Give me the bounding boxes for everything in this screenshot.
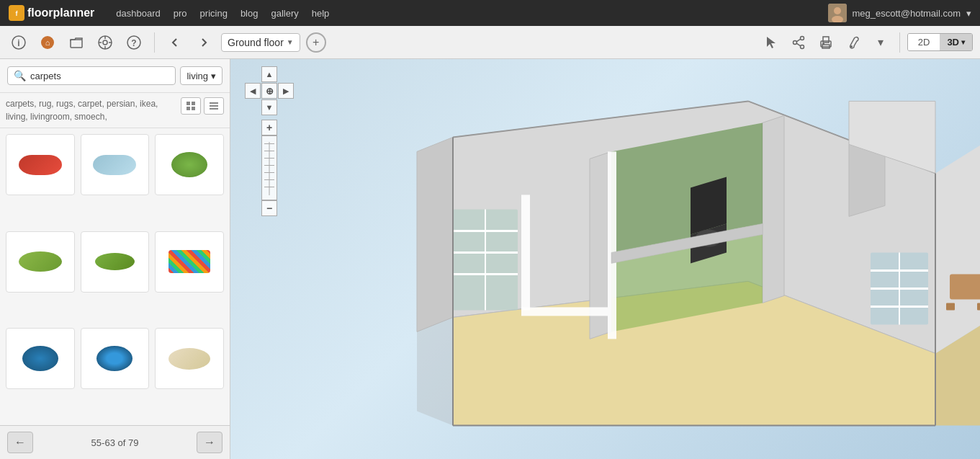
- svg-rect-64: [521, 195, 530, 310]
- floor-plan-3d: [230, 59, 980, 459]
- list-item[interactable]: [6, 231, 75, 293]
- list-item[interactable]: [6, 134, 75, 195]
- logo-icon: f: [9, 5, 24, 21]
- next-page-button[interactable]: →: [197, 432, 222, 453]
- logo[interactable]: f floorplanner: [9, 5, 94, 21]
- list-item[interactable]: [155, 134, 224, 195]
- nav-help[interactable]: help: [312, 8, 330, 19]
- view-3d-button[interactable]: 3D ▾: [940, 34, 972, 50]
- prev-page-button[interactable]: ←: [7, 432, 33, 453]
- settings-button[interactable]: [94, 31, 117, 54]
- svg-marker-69: [417, 317, 453, 425]
- svg-text:i: i: [17, 38, 19, 48]
- svg-rect-62: [946, 303, 955, 310]
- svg-text:⌂: ⌂: [45, 38, 50, 47]
- svg-marker-18: [767, 37, 776, 48]
- grid-view-button[interactable]: [181, 97, 201, 115]
- list-item[interactable]: [81, 328, 150, 389]
- avatar: [828, 4, 847, 22]
- nav-dashboard[interactable]: dashboard: [116, 8, 160, 19]
- svg-rect-61: [950, 274, 980, 299]
- svg-point-11: [103, 40, 107, 45]
- floor-name: Ground floor: [228, 37, 284, 48]
- svg-point-28: [850, 45, 853, 48]
- toolbar-divider-2: [899, 32, 900, 53]
- user-area[interactable]: meg_escott@hotmail.com ▾: [828, 4, 971, 22]
- svg-point-19: [800, 36, 804, 40]
- svg-rect-32: [192, 107, 195, 110]
- nav-pricing[interactable]: pricing: [200, 8, 228, 19]
- list-item[interactable]: [155, 231, 224, 293]
- svg-text:?: ?: [131, 38, 136, 48]
- list-item[interactable]: [81, 231, 150, 293]
- toolbar-right: ▾ 2D 3D ▾: [760, 31, 973, 54]
- svg-rect-25: [823, 37, 829, 43]
- more-options-button[interactable]: ▾: [869, 31, 892, 54]
- search-input[interactable]: [30, 71, 169, 81]
- user-dropdown-arrow[interactable]: ▾: [966, 8, 971, 19]
- nav-gallery[interactable]: gallery: [271, 8, 298, 19]
- items-grid: [0, 128, 230, 425]
- toolbar-divider-1: [154, 32, 155, 53]
- search-bar: 🔍 living ▾: [0, 59, 230, 93]
- svg-marker-38: [417, 137, 453, 331]
- main-area: 🔍 living ▾ carpets, rug, rugs, carpet, p…: [0, 59, 980, 459]
- svg-line-23: [796, 43, 801, 46]
- svg-rect-27: [822, 43, 824, 45]
- category-arrow: ▾: [211, 71, 216, 81]
- top-nav: f floorplanner dashboard pro pricing blo…: [0, 0, 980, 26]
- view-2d-button[interactable]: 2D: [908, 34, 940, 50]
- carpet-thumbnail: [19, 155, 62, 175]
- svg-marker-60: [935, 137, 980, 353]
- help-button[interactable]: ?: [122, 31, 145, 54]
- nav-prev-button[interactable]: [163, 31, 186, 54]
- svg-rect-66: [608, 151, 616, 339]
- svg-line-22: [796, 39, 801, 42]
- carpet-thumbnail: [171, 152, 207, 177]
- view-3d-arrow[interactable]: ▾: [961, 38, 965, 46]
- svg-marker-42: [763, 115, 784, 303]
- svg-rect-31: [186, 107, 190, 110]
- carpet-thumbnail: [168, 250, 210, 273]
- add-floor-button[interactable]: +: [306, 32, 326, 53]
- carpet-thumbnail: [168, 348, 210, 370]
- nav-next-button[interactable]: [192, 31, 215, 54]
- share-button[interactable]: [787, 31, 810, 54]
- sidebar: 🔍 living ▾ carpets, rug, rugs, carpet, p…: [0, 59, 230, 459]
- tags-area: carpets, rug, rugs, carpet, persian, ike…: [6, 96, 181, 125]
- print-button[interactable]: [814, 31, 837, 54]
- search-input-wrap: 🔍: [7, 66, 176, 85]
- toolbar: i ⌂ ? Ground floor ▼ +: [0, 26, 980, 59]
- folder-button[interactable]: [65, 31, 88, 54]
- svg-rect-33: [210, 102, 218, 104]
- list-item[interactable]: [6, 328, 75, 389]
- svg-point-21: [793, 40, 796, 44]
- svg-rect-29: [186, 102, 190, 105]
- nav-blog[interactable]: blog: [240, 8, 259, 19]
- canvas-area[interactable]: ▲ ◀ ⊕ ▶ ▼ +: [230, 59, 980, 459]
- info-button[interactable]: i: [7, 31, 30, 54]
- carpet-thumbnail: [93, 155, 136, 175]
- carpet-thumbnail: [95, 253, 135, 270]
- category-label: living: [186, 71, 208, 81]
- list-item[interactable]: [155, 328, 224, 389]
- floor-selector[interactable]: Ground floor ▼: [221, 33, 300, 52]
- list-view-button[interactable]: [204, 97, 224, 115]
- settings-wrench-button[interactable]: [842, 31, 865, 54]
- carpet-thumbnail: [22, 346, 58, 371]
- floor-dropdown-arrow: ▼: [287, 38, 294, 46]
- nav-pro[interactable]: pro: [174, 8, 187, 19]
- search-icon: 🔍: [14, 70, 26, 81]
- arrow-tool-button[interactable]: [760, 31, 783, 54]
- svg-rect-65: [521, 307, 608, 316]
- category-select[interactable]: living ▾: [180, 66, 222, 85]
- svg-rect-63: [977, 303, 980, 310]
- home-button[interactable]: ⌂: [36, 31, 59, 54]
- carpet-thumbnail: [96, 346, 132, 371]
- svg-point-3: [834, 7, 841, 14]
- view-toggle: 2D 3D ▾: [907, 33, 973, 51]
- svg-rect-9: [71, 40, 82, 48]
- pagination-info: 55-63 of 79: [91, 437, 139, 448]
- list-item[interactable]: [81, 134, 150, 195]
- pagination: ← 55-63 of 79 →: [0, 425, 230, 459]
